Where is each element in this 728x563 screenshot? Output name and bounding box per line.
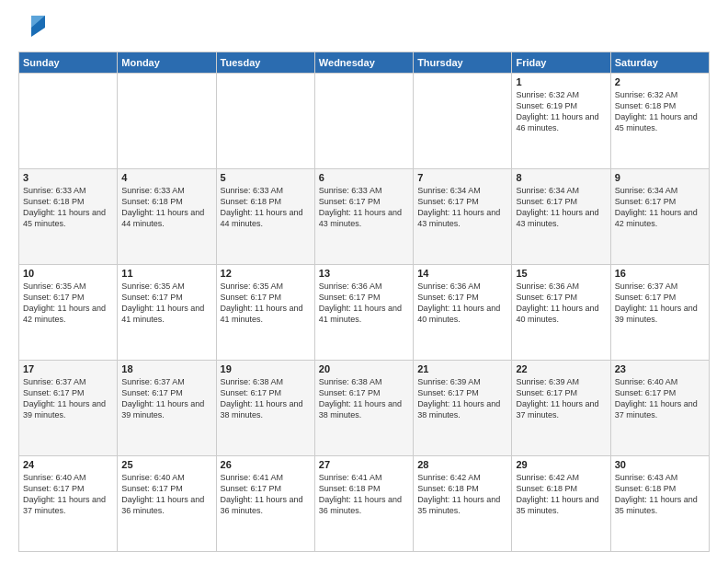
weekday-saturday: Saturday [610,52,709,74]
calendar-cell: 9Sunrise: 6:34 AMSunset: 6:17 PMDaylight… [610,169,709,265]
day-number: 10 [23,268,113,279]
day-info: Sunrise: 6:32 AMSunset: 6:19 PMDaylight:… [516,89,606,134]
calendar-cell: 17Sunrise: 6:37 AMSunset: 6:17 PMDayligh… [19,361,118,456]
day-info: Sunrise: 6:35 AMSunset: 6:17 PMDaylight:… [23,281,113,326]
week-row-5: 24Sunrise: 6:40 AMSunset: 6:17 PMDayligh… [19,456,710,552]
calendar-cell: 14Sunrise: 6:36 AMSunset: 6:17 PMDayligh… [414,265,512,361]
calendar-cell: 11Sunrise: 6:35 AMSunset: 6:17 PMDayligh… [118,265,216,361]
weekday-header-row: SundayMondayTuesdayWednesdayThursdayFrid… [19,52,710,74]
weekday-sunday: Sunday [19,52,118,74]
week-row-4: 17Sunrise: 6:37 AMSunset: 6:17 PMDayligh… [19,361,710,456]
day-info: Sunrise: 6:41 AMSunset: 6:17 PMDaylight:… [221,472,311,517]
day-info: Sunrise: 6:43 AMSunset: 6:18 PMDaylight:… [615,472,705,517]
week-row-1: 1Sunrise: 6:32 AMSunset: 6:19 PMDaylight… [19,74,710,169]
weekday-tuesday: Tuesday [216,52,314,74]
day-number: 5 [221,172,311,183]
day-number: 8 [516,172,606,183]
calendar-cell [414,74,512,169]
calendar-cell: 18Sunrise: 6:37 AMSunset: 6:17 PMDayligh… [118,361,216,456]
calendar-cell: 20Sunrise: 6:38 AMSunset: 6:17 PMDayligh… [314,361,413,456]
day-info: Sunrise: 6:33 AMSunset: 6:18 PMDaylight:… [121,185,211,230]
calendar-cell: 4Sunrise: 6:33 AMSunset: 6:18 PMDaylight… [118,169,216,265]
day-number: 14 [417,268,507,279]
week-row-2: 3Sunrise: 6:33 AMSunset: 6:18 PMDaylight… [19,169,710,265]
day-info: Sunrise: 6:34 AMSunset: 6:17 PMDaylight:… [417,185,507,230]
calendar-cell: 13Sunrise: 6:36 AMSunset: 6:17 PMDayligh… [314,265,413,361]
calendar-cell: 28Sunrise: 6:42 AMSunset: 6:18 PMDayligh… [414,456,512,552]
day-number: 9 [615,172,705,183]
day-number: 30 [615,459,705,470]
week-row-3: 10Sunrise: 6:35 AMSunset: 6:17 PMDayligh… [19,265,710,361]
day-info: Sunrise: 6:42 AMSunset: 6:18 PMDaylight:… [516,472,606,517]
day-number: 28 [417,459,507,470]
calendar-cell: 30Sunrise: 6:43 AMSunset: 6:18 PMDayligh… [610,456,709,552]
calendar-cell: 27Sunrise: 6:41 AMSunset: 6:18 PMDayligh… [314,456,413,552]
day-info: Sunrise: 6:33 AMSunset: 6:18 PMDaylight:… [23,185,113,230]
day-info: Sunrise: 6:36 AMSunset: 6:17 PMDaylight:… [417,281,507,326]
calendar-cell: 23Sunrise: 6:40 AMSunset: 6:17 PMDayligh… [610,361,709,456]
day-number: 24 [23,459,113,470]
calendar-cell: 1Sunrise: 6:32 AMSunset: 6:19 PMDaylight… [512,74,610,169]
day-info: Sunrise: 6:39 AMSunset: 6:17 PMDaylight:… [516,376,606,421]
day-number: 23 [615,363,705,374]
page: SundayMondayTuesdayWednesdayThursdayFrid… [0,0,728,563]
day-number: 22 [516,363,606,374]
day-info: Sunrise: 6:40 AMSunset: 6:17 PMDaylight:… [121,472,211,517]
day-number: 4 [121,172,211,183]
day-info: Sunrise: 6:37 AMSunset: 6:17 PMDaylight:… [23,376,113,421]
calendar-cell: 3Sunrise: 6:33 AMSunset: 6:18 PMDaylight… [19,169,118,265]
logo [18,15,50,42]
day-info: Sunrise: 6:34 AMSunset: 6:17 PMDaylight:… [615,185,705,230]
header [18,15,710,42]
day-info: Sunrise: 6:37 AMSunset: 6:17 PMDaylight:… [121,376,211,421]
day-number: 11 [121,268,211,279]
day-info: Sunrise: 6:40 AMSunset: 6:17 PMDaylight:… [615,376,705,421]
day-info: Sunrise: 6:37 AMSunset: 6:17 PMDaylight:… [615,281,705,326]
calendar-cell [118,74,216,169]
calendar-cell: 24Sunrise: 6:40 AMSunset: 6:17 PMDayligh… [19,456,118,552]
day-info: Sunrise: 6:33 AMSunset: 6:18 PMDaylight:… [221,185,311,230]
calendar-cell: 25Sunrise: 6:40 AMSunset: 6:17 PMDayligh… [118,456,216,552]
calendar-cell: 12Sunrise: 6:35 AMSunset: 6:17 PMDayligh… [216,265,314,361]
day-number: 2 [615,76,705,87]
day-number: 1 [516,76,606,87]
day-info: Sunrise: 6:41 AMSunset: 6:18 PMDaylight:… [319,472,409,517]
day-info: Sunrise: 6:34 AMSunset: 6:17 PMDaylight:… [516,185,606,230]
day-info: Sunrise: 6:38 AMSunset: 6:17 PMDaylight:… [221,376,311,421]
day-number: 18 [121,363,211,374]
calendar-cell [19,74,118,169]
calendar-cell: 6Sunrise: 6:33 AMSunset: 6:17 PMDaylight… [314,169,413,265]
calendar-cell [314,74,413,169]
day-info: Sunrise: 6:35 AMSunset: 6:17 PMDaylight:… [221,281,311,326]
calendar-cell: 26Sunrise: 6:41 AMSunset: 6:17 PMDayligh… [216,456,314,552]
calendar-cell: 10Sunrise: 6:35 AMSunset: 6:17 PMDayligh… [19,265,118,361]
day-info: Sunrise: 6:39 AMSunset: 6:17 PMDaylight:… [417,376,507,421]
calendar-table: SundayMondayTuesdayWednesdayThursdayFrid… [18,52,710,552]
day-info: Sunrise: 6:36 AMSunset: 6:17 PMDaylight:… [516,281,606,326]
day-info: Sunrise: 6:32 AMSunset: 6:18 PMDaylight:… [615,89,705,134]
day-info: Sunrise: 6:38 AMSunset: 6:17 PMDaylight:… [319,376,409,421]
day-number: 27 [319,459,409,470]
day-number: 7 [417,172,507,183]
day-number: 21 [417,363,507,374]
calendar-cell: 16Sunrise: 6:37 AMSunset: 6:17 PMDayligh… [610,265,709,361]
day-number: 17 [23,363,113,374]
logo-icon [22,11,50,42]
calendar-cell: 22Sunrise: 6:39 AMSunset: 6:17 PMDayligh… [512,361,610,456]
calendar-cell: 29Sunrise: 6:42 AMSunset: 6:18 PMDayligh… [512,456,610,552]
day-info: Sunrise: 6:33 AMSunset: 6:17 PMDaylight:… [319,185,409,230]
day-number: 13 [319,268,409,279]
calendar-cell: 21Sunrise: 6:39 AMSunset: 6:17 PMDayligh… [414,361,512,456]
day-info: Sunrise: 6:36 AMSunset: 6:17 PMDaylight:… [319,281,409,326]
day-number: 16 [615,268,705,279]
day-number: 6 [319,172,409,183]
day-number: 26 [221,459,311,470]
calendar-cell: 8Sunrise: 6:34 AMSunset: 6:17 PMDaylight… [512,169,610,265]
day-info: Sunrise: 6:35 AMSunset: 6:17 PMDaylight:… [121,281,211,326]
day-number: 15 [516,268,606,279]
weekday-monday: Monday [118,52,216,74]
calendar-cell: 19Sunrise: 6:38 AMSunset: 6:17 PMDayligh… [216,361,314,456]
weekday-wednesday: Wednesday [314,52,413,74]
day-number: 29 [516,459,606,470]
calendar-cell [216,74,314,169]
